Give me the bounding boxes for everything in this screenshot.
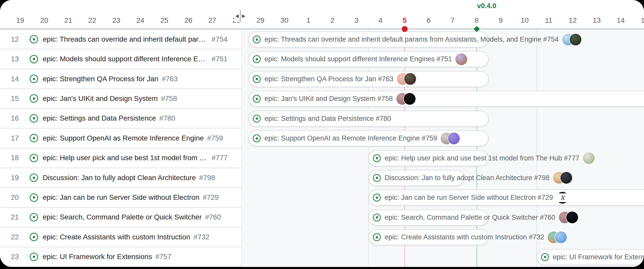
timeline-bar-content[interactable]: epic: Strengthen QA Process for Jan #763 <box>253 71 416 87</box>
date-header-cell: 2 <box>320 16 344 25</box>
open-issue-icon <box>253 55 261 63</box>
assignee-avatar[interactable] <box>566 212 578 223</box>
milestone-label[interactable]: v0.4.0 <box>477 2 496 10</box>
issue-row[interactable]: 18epic: Help user pick and use best 1st … <box>0 148 241 168</box>
row-number: 14 <box>7 75 23 83</box>
open-issue-icon <box>373 233 381 241</box>
issue-title: epic: Threads can override and inherit d… <box>43 35 208 43</box>
issue-title: epic: UI Framework for Extensions <box>43 253 152 261</box>
issue-row[interactable]: 13epic: Models should support different … <box>0 49 241 69</box>
row-number: 23 <box>7 253 23 261</box>
roadmap-view: epic: Threads can override and inherit d… <box>0 0 644 267</box>
issue-row[interactable]: 14epic: Strengthen QA Process for Jan#76… <box>0 69 241 89</box>
assignee-avatar[interactable] <box>560 172 572 184</box>
issue-title: epic: Help user pick and use best 1st mo… <box>43 154 208 162</box>
bar-label: epic: Help user pick and use best 1st mo… <box>385 154 579 162</box>
date-header-cell: 13 <box>585 16 609 25</box>
date-header-cell: 1 <box>296 16 320 25</box>
issue-row[interactable]: 20epic: Jan can be run Server Side witho… <box>0 188 241 207</box>
assignee-avatar[interactable] <box>555 231 567 243</box>
timeline-bar-content[interactable]: epic: Models should support different In… <box>253 51 467 67</box>
timeline-bar-content[interactable]: epic: Help user pick and use best 1st mo… <box>373 150 595 166</box>
assignee-avatar-group <box>455 53 467 65</box>
timeline-bar-content[interactable]: epic: Settings and Data Persistence #780 <box>253 111 391 127</box>
issue-number: #758 <box>161 95 177 103</box>
open-issue-icon <box>30 35 38 43</box>
date-header-cell: 15 <box>633 16 644 25</box>
timeline-bar-content[interactable]: epic: Support OpenAI as Remote Inference… <box>253 130 460 146</box>
timeline-bar-content[interactable]: epic: Create Assistants with custom Inst… <box>373 229 567 245</box>
open-issue-icon <box>30 94 38 103</box>
open-issue-icon <box>253 134 261 142</box>
resize-divider-icon <box>240 11 241 21</box>
date-header-cell: 23 <box>104 16 128 25</box>
issue-row[interactable]: 19Discussion: Jan to fully adopt Clean A… <box>0 168 241 188</box>
assignee-avatar[interactable] <box>583 152 595 164</box>
assignee-avatar[interactable] <box>455 53 467 65</box>
issue-row[interactable]: 17epic: Support OpenAI as Remote Inferen… <box>0 128 241 148</box>
row-number: 12 <box>7 35 23 43</box>
date-header-cell: 29 <box>248 16 272 25</box>
date-header-cell: 27 <box>200 16 224 25</box>
date-header-cell: 14 <box>609 16 633 25</box>
issue-row[interactable]: 12epic: Threads can override and inherit… <box>0 30 241 49</box>
date-header-cell: 22 <box>80 16 104 25</box>
row-number: 17 <box>7 134 23 142</box>
issue-number: #759 <box>207 134 223 142</box>
issue-row[interactable]: 22epic: Create Assistants with custom In… <box>0 227 241 247</box>
open-issue-icon <box>253 95 261 103</box>
open-issue-icon <box>373 214 381 221</box>
assignee-avatar[interactable]: 𝕏 <box>557 192 568 204</box>
open-issue-icon <box>30 173 38 182</box>
timeline-bar-content[interactable]: epic: Threads can override and inherit d… <box>253 31 581 48</box>
bar-label: epic: Models should support different In… <box>264 55 452 63</box>
bar-label: epic: Jan can be run Server Side without… <box>385 194 553 202</box>
assignee-avatar-group <box>397 73 416 85</box>
issue-row[interactable]: 23epic: UI Framework for Extensions#757 <box>0 247 241 267</box>
today-marker-icon <box>402 26 408 32</box>
assignee-avatar[interactable] <box>570 34 581 45</box>
bar-label: Discussion: Jan to fully adopt Clean Arc… <box>385 174 549 182</box>
open-issue-icon <box>30 55 38 63</box>
issue-title: epic: Strengthen QA Process for Jan <box>43 75 158 83</box>
issue-number: #754 <box>212 35 227 43</box>
date-header-cell: 12 <box>561 16 585 25</box>
assignee-avatar[interactable] <box>404 93 416 105</box>
column-resize-handle[interactable]: ◀ ▶ <box>234 10 246 22</box>
open-issue-icon <box>30 154 38 162</box>
timeline-bar-content[interactable]: epic: Jan can be run Server Side without… <box>373 190 568 206</box>
assignee-avatar[interactable] <box>448 133 460 144</box>
date-header-cell: 6 <box>417 16 441 25</box>
issue-number: #798 <box>199 174 215 182</box>
date-header-cell: 11 <box>537 16 561 25</box>
open-issue-icon <box>30 75 38 83</box>
open-issue-icon <box>30 193 38 202</box>
open-issue-icon <box>541 253 549 261</box>
assignee-avatar-group <box>559 212 578 223</box>
timeline-bar-content[interactable]: epic: UI Framework for Extensions #757 <box>541 249 644 265</box>
bar-label: epic: UI Framework for Extensions #757 <box>553 253 644 261</box>
issue-row[interactable]: 16epic: Settings and Data Persistence#78… <box>0 109 241 128</box>
date-header-cell: 24 <box>128 16 152 25</box>
timeline-bar-content[interactable]: epic: Jan's UIKit and Design System #758 <box>253 91 416 107</box>
timeline-bar-content[interactable]: Discussion: Jan to fully adopt Clean Arc… <box>373 170 572 186</box>
issue-title: epic: Settings and Data Persistence <box>43 114 156 122</box>
issue-row[interactable]: 21epic: Search, Command Palette or Quick… <box>0 208 241 227</box>
bar-label: epic: Jan's UIKit and Design System #758 <box>264 95 393 103</box>
open-issue-icon <box>253 75 261 83</box>
timeline-bar-content[interactable]: epic: Search, Command Palette or Quick S… <box>373 209 578 226</box>
assignee-avatar[interactable] <box>404 73 416 85</box>
date-header-cell: 25 <box>152 16 176 25</box>
bar-label: epic: Threads can override and inherit d… <box>264 36 559 43</box>
open-issue-icon <box>30 134 38 142</box>
bar-label: epic: Strengthen QA Process for Jan #763 <box>264 75 393 83</box>
timeline-header: 1920212223242526272829301234567891011121… <box>0 0 644 30</box>
assignee-avatar-group <box>553 172 572 184</box>
issue-row[interactable]: 15epic: Jan's UIKit and Design System#75… <box>0 89 241 109</box>
issue-title: epic: Jan can be run Server Side without… <box>43 193 199 202</box>
row-number: 20 <box>7 193 23 202</box>
bar-label: epic: Search, Command Palette or Quick S… <box>385 214 555 221</box>
issue-number: #763 <box>162 75 178 83</box>
resize-right-arrow-icon: ▶ <box>242 10 245 22</box>
open-issue-icon <box>373 174 381 182</box>
